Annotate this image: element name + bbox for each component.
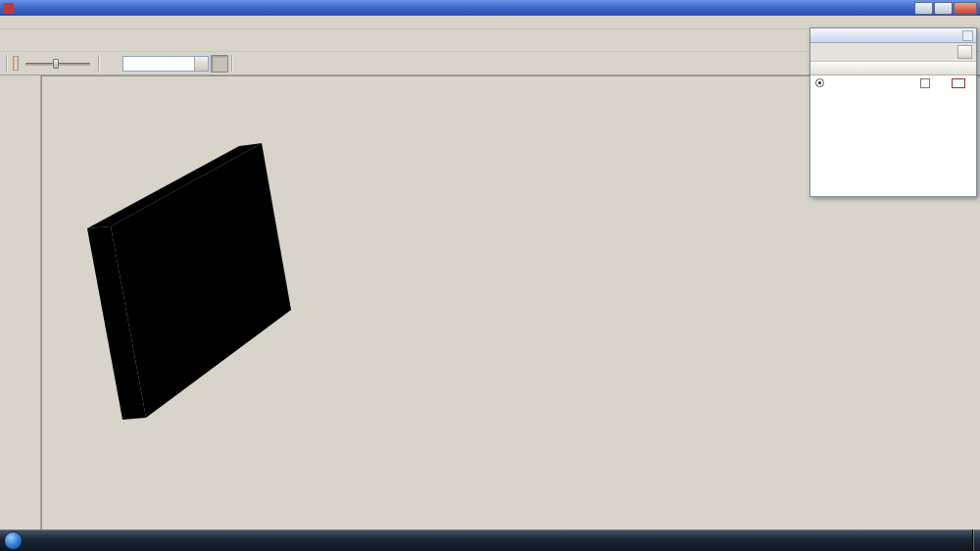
layer-details-arrow-button[interactable] <box>957 45 972 59</box>
show-desktop-button[interactable] <box>972 529 980 551</box>
close-button[interactable] <box>954 2 977 15</box>
panel-close-button[interactable] <box>962 30 973 41</box>
red-axis <box>143 419 980 529</box>
tool-palette <box>0 75 41 529</box>
slider-handle[interactable] <box>53 59 59 69</box>
blue-axis-negative <box>143 419 180 529</box>
layer-active-radio[interactable] <box>815 78 824 87</box>
green-axis-negative <box>42 419 143 529</box>
window-controls <box>914 2 977 15</box>
chevron-down-icon[interactable] <box>194 57 208 71</box>
layers-panel <box>809 27 977 197</box>
layers-list <box>810 75 976 196</box>
scroll-indicator[interactable] <box>967 380 974 422</box>
minimize-button[interactable] <box>914 2 933 15</box>
layers-panel-titlebar[interactable] <box>810 28 976 43</box>
time-slider <box>23 57 93 71</box>
layer-manager-button[interactable] <box>211 55 228 73</box>
taskbar <box>0 529 980 551</box>
toolbar-separator <box>6 55 8 72</box>
layer-dropdown[interactable] <box>122 56 209 72</box>
layer-check-button[interactable] <box>103 55 121 73</box>
titlebar <box>0 0 980 16</box>
layer-visible-cell <box>907 78 943 88</box>
layers-table-header <box>810 62 976 75</box>
layers-panel-toolbar <box>810 43 976 62</box>
layer-color-cell <box>943 78 974 88</box>
start-button[interactable] <box>4 531 23 550</box>
date-slider[interactable] <box>13 56 19 71</box>
maximize-button[interactable] <box>934 2 953 15</box>
time-slider-track[interactable] <box>25 57 90 71</box>
toolbar-separator <box>231 55 233 72</box>
layer-visible-checkbox[interactable] <box>920 78 930 88</box>
layer-row[interactable] <box>810 75 976 90</box>
toolbar-separator <box>98 55 100 72</box>
sketchup-logo-icon <box>3 3 14 14</box>
layer-color-swatch[interactable] <box>952 78 965 88</box>
